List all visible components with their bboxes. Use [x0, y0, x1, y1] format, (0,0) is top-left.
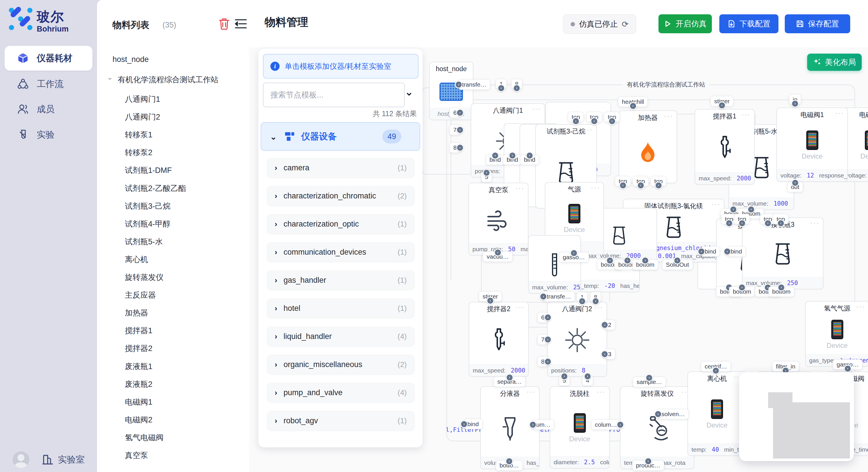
sidebar-item-consumables[interactable]: 仪器耗材: [5, 46, 92, 71]
tree-item[interactable]: 八通阀门1: [125, 94, 160, 104]
port-chip[interactable]: gasso…›: [833, 359, 862, 370]
chevron-down-icon[interactable]: ⌄: [405, 86, 413, 98]
port-handle-icon[interactable]: ›: [539, 293, 547, 301]
template-item-pump_and_valve[interactable]: ›pump_and_valve(4): [267, 383, 414, 402]
template-item-communication_devices[interactable]: ›communication_devices(1): [267, 242, 414, 262]
tree-item[interactable]: 八通阀门2: [125, 112, 160, 122]
port-chip[interactable]: 6›: [537, 312, 548, 323]
port-chip[interactable]: heatchill›: [618, 97, 648, 107]
template-item-characterization_chromatic[interactable]: ›characterization_chromatic(2): [267, 186, 414, 206]
port-chip[interactable]: 1›: [577, 292, 588, 302]
port-chip[interactable]: transfe…›: [458, 79, 490, 90]
tree-item[interactable]: 电磁阀2: [125, 415, 152, 425]
port-handle-icon[interactable]: ›: [584, 372, 592, 380]
template-item-hotel[interactable]: ›hotel(1): [267, 299, 414, 318]
save-config-button[interactable]: 保存配置: [785, 14, 850, 33]
port-handle-icon[interactable]: ›: [791, 100, 799, 107]
tree-item-root[interactable]: host_node: [113, 55, 149, 64]
port-handle-icon[interactable]: ›: [725, 220, 733, 227]
collapse-list-icon[interactable]: [235, 19, 247, 29]
download-config-button[interactable]: 下载配置: [719, 14, 778, 33]
port-chip[interactable]: bind›: [520, 155, 539, 165]
node-card[interactable]: 旋转蒸发仪···temp:180max_rota: [620, 386, 694, 469]
port-chip[interactable]: 4›: [582, 375, 593, 386]
port-chip[interactable]: 8›: [450, 142, 460, 153]
chevron-down-icon[interactable]: ⌄: [107, 73, 113, 82]
sidebar-item-experiments[interactable]: 实验: [5, 123, 92, 147]
port-handle-icon[interactable]: ›: [619, 181, 627, 189]
tree-item[interactable]: 废液瓶1: [125, 361, 152, 372]
tree-item[interactable]: 转移泵2: [125, 147, 152, 158]
start-simulation-button[interactable]: 开启仿真: [658, 14, 712, 33]
port-handle-icon[interactable]: ›: [641, 257, 649, 264]
port-handle-icon[interactable]: ›: [712, 367, 720, 374]
port-chip[interactable]: top›: [632, 176, 648, 187]
port-handle-icon[interactable]: ›: [645, 374, 653, 382]
port-handle-icon[interactable]: ›: [456, 109, 464, 117]
port-chip[interactable]: stirrer›: [479, 291, 502, 302]
category-instruments[interactable]: ⌄ 仪器设备 49: [260, 122, 420, 151]
port-handle-icon[interactable]: ›: [486, 297, 494, 305]
port-chip[interactable]: 5›: [481, 172, 492, 182]
port-handle-icon[interactable]: ›: [455, 81, 462, 89]
port-chip[interactable]: filter_in›: [772, 361, 799, 372]
port-handle-icon[interactable]: ›: [673, 257, 681, 264]
port-handle-icon[interactable]: ›: [644, 458, 652, 465]
port-handle-icon[interactable]: ›: [497, 84, 505, 92]
port-chip[interactable]: transfe…›: [543, 291, 575, 302]
port-chip[interactable]: 7›: [537, 334, 548, 345]
port-handle-icon[interactable]: ›: [738, 283, 746, 291]
node-menu-icon[interactable]: ···: [664, 111, 673, 121]
node-card[interactable]: 真空泵···pump_rate:50max_vacuum:0.1: [468, 183, 528, 256]
tree-item[interactable]: 试剂瓶5-水: [125, 237, 163, 247]
tree-item[interactable]: 氢气电磁阀: [125, 432, 164, 443]
port-handle-icon[interactable]: ›: [738, 220, 746, 227]
refresh-icon[interactable]: ⟳: [622, 20, 628, 29]
port-handle-icon[interactable]: ›: [623, 257, 631, 264]
node-menu-icon[interactable]: ···: [856, 372, 865, 381]
template-item-gas_handler[interactable]: ›gas_handler(1): [267, 270, 414, 290]
port-chip[interactable]: 1›: [496, 79, 507, 89]
node-menu-icon[interactable]: ···: [810, 218, 819, 227]
port-handle-icon[interactable]: ›: [764, 220, 772, 227]
port-handle-icon[interactable]: ›: [777, 220, 784, 227]
port-chip[interactable]: 8›: [537, 357, 548, 367]
port-chip[interactable]: out›: [787, 182, 803, 192]
node-menu-icon[interactable]: ···: [591, 183, 600, 192]
node-menu-icon[interactable]: ···: [516, 303, 525, 312]
port-chip[interactable]: 8›: [511, 79, 522, 89]
node-card[interactable]: 电磁阀1···Devicevoltage:12response_time:0.1: [776, 107, 848, 182]
node-menu-icon[interactable]: ···: [856, 302, 865, 311]
template-item-organic_miscellaneous[interactable]: ›organic_miscellaneous(2): [267, 355, 414, 374]
port-handle-icon[interactable]: ›: [601, 321, 609, 329]
tree-item[interactable]: 电磁阀1: [125, 397, 152, 407]
port-chip[interactable]: bind›: [727, 246, 746, 257]
port-handle-icon[interactable]: ›: [844, 365, 851, 372]
node-card[interactable]: 加热器···: [619, 110, 677, 183]
port-chip[interactable]: top›: [650, 176, 666, 187]
port-handle-icon[interactable]: ›: [654, 410, 662, 418]
port-handle-icon[interactable]: ›: [460, 420, 468, 428]
port-handle-icon[interactable]: ›: [544, 314, 552, 322]
port-chip[interactable]: bind›: [486, 155, 505, 165]
search-input[interactable]: [264, 91, 404, 100]
node-menu-icon[interactable]: ···: [835, 109, 844, 117]
port-chip[interactable]: 6›: [450, 107, 460, 118]
port-handle-icon[interactable]: ›: [791, 179, 799, 187]
node-menu-icon[interactable]: ···: [532, 104, 541, 113]
port-handle-icon[interactable]: ›: [592, 297, 600, 305]
port-handle-icon[interactable]: ›: [570, 249, 578, 257]
node-card[interactable]: 氢气气源···Devicegas_type:hydrogenmax_pre: [805, 301, 868, 367]
port-chip[interactable]: botto…›: [496, 460, 523, 471]
port-handle-icon[interactable]: ›: [747, 206, 755, 213]
node-card[interactable]: 接收瓶3···max_volume:250: [742, 217, 824, 289]
port-handle-icon[interactable]: ›: [601, 350, 609, 358]
port-handle-icon[interactable]: ›: [718, 102, 725, 109]
template-item-camera[interactable]: ›camera(1): [267, 158, 414, 177]
port-handle-icon[interactable]: ›: [506, 374, 514, 381]
template-item-robot_agv[interactable]: ›robot_agv(1): [267, 411, 414, 430]
port-chip[interactable]: 8›: [590, 292, 601, 302]
tree-item[interactable]: 离心机: [125, 255, 148, 265]
node-menu-icon[interactable]: ···: [596, 387, 606, 396]
port-handle-icon[interactable]: ›: [544, 358, 552, 366]
